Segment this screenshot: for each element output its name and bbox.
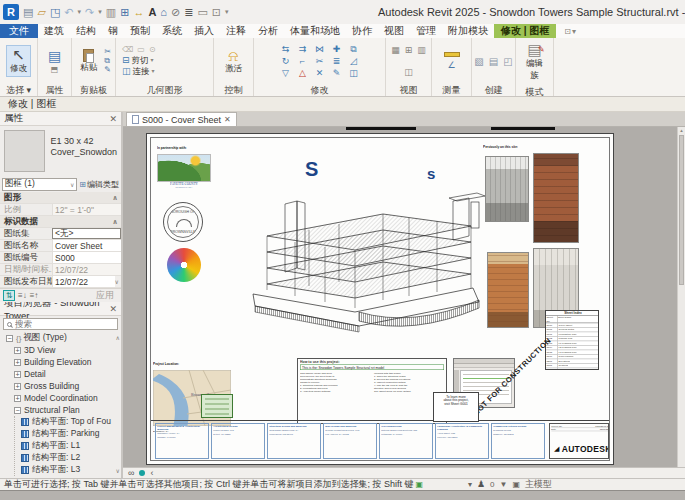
copy-icon[interactable]: ⧉ — [104, 57, 111, 65]
ribbon-tab[interactable]: 注释 — [220, 24, 252, 38]
tree-item-plan[interactable]: 结构平面: L3 — [15, 464, 121, 476]
project-browser-header[interactable]: 项目浏览器 - Snowdon Tower...✕ — [0, 302, 121, 316]
sheet-name-value[interactable]: Cover Sheet — [52, 240, 121, 251]
sheet-set-value[interactable]: <无> — [52, 228, 121, 239]
modify-tool-icon[interactable]: ✚ — [331, 44, 343, 55]
panel-label-select[interactable]: 选择 ▾ — [0, 84, 37, 96]
type-selector[interactable]: 图框 (1)∨ — [2, 178, 77, 191]
ribbon-tab[interactable]: 协作 — [346, 24, 378, 38]
vertical-scrollbar[interactable]: ▴ — [677, 127, 685, 467]
modify-tool-icon[interactable]: ◫ — [348, 68, 360, 79]
ribbon-tab[interactable]: 附加模块 — [442, 24, 494, 38]
modify-tool-icon[interactable]: ✎ — [331, 68, 343, 79]
tab-file[interactable]: 文件 — [0, 24, 38, 38]
expand-box-icon[interactable]: + — [14, 395, 21, 402]
scroll-down-icon[interactable]: ∨ — [116, 467, 120, 474]
print-icon[interactable]: ▥ — [106, 4, 116, 20]
ribbon-tab[interactable]: 分析 — [252, 24, 284, 38]
filter-icon[interactable]: ▼ — [500, 480, 508, 489]
revit-logo-icon[interactable]: R — [3, 4, 19, 20]
scroll-down-icon[interactable]: ∨ — [115, 278, 119, 285]
visual-style-icon[interactable]: ∞ — [128, 468, 134, 478]
tree-item[interactable]: +3D View — [8, 344, 121, 356]
section-icon[interactable]: ⊘ — [171, 4, 180, 20]
modify-tool-icon[interactable]: ✕ — [314, 68, 326, 79]
collapse-box-icon[interactable]: − — [6, 335, 13, 342]
search-input[interactable] — [15, 319, 95, 329]
close-inactive-icon[interactable]: ▭ — [197, 4, 207, 20]
editing-requests-icon[interactable]: ♟ — [477, 479, 485, 489]
modify-tool-icon[interactable]: ⊞ — [120, 4, 129, 20]
ui-views-icon[interactable]: ▤ — [23, 4, 33, 20]
thin-lines-icon[interactable]: ≣ — [184, 4, 193, 20]
expand-box-icon[interactable]: + — [14, 383, 21, 390]
collapse-box-icon[interactable]: − — [14, 407, 21, 414]
activate-controls-button[interactable]: ⍾激活 — [221, 46, 246, 77]
modify-tool-icon[interactable]: ✂ — [314, 56, 326, 67]
properties-icon[interactable]: ▤ — [48, 48, 61, 64]
create-group-icon[interactable]: ▧ — [474, 56, 483, 67]
close-icon[interactable]: ✕ — [224, 115, 231, 124]
sheet-number-value[interactable]: S000 — [52, 252, 121, 263]
tab-modify-titleblocks[interactable]: 修改 | 图框 — [494, 24, 556, 38]
override-graphics-icon[interactable]: ⊞ — [405, 45, 413, 55]
displace-icon[interactable]: ◫ — [404, 67, 413, 77]
modify-tool-icon[interactable]: ⋈ — [314, 44, 326, 55]
redo-dropdown-icon[interactable]: ▾ — [98, 4, 102, 20]
expand-box-icon[interactable]: + — [14, 359, 21, 366]
cut-icon[interactable]: ✂ — [104, 48, 111, 56]
ribbon-tab[interactable]: 系统 — [156, 24, 188, 38]
tree-item-plan[interactable]: 结构平面: Top of Fou — [15, 416, 121, 428]
tree-item-structural-plan[interactable]: −Structural Plan — [0, 404, 121, 416]
save-icon[interactable]: ◳ — [50, 4, 60, 20]
tree-item[interactable]: +Detail — [8, 368, 121, 380]
undo-icon[interactable]: ↶ — [64, 4, 73, 20]
ribbon-tab[interactable]: 钢 — [102, 24, 124, 38]
sort-ascending-icon[interactable]: ≡↓ — [18, 291, 27, 300]
create-similar-icon[interactable]: ▤ — [489, 56, 498, 67]
issue-date-value[interactable]: 12/07/22 — [52, 276, 115, 287]
scroll-up-icon[interactable]: ∧ — [116, 334, 120, 341]
modify-tool-icon[interactable]: ⧉ — [348, 44, 360, 55]
cut-geometry-button[interactable]: ⊟剪切▾ — [122, 55, 154, 65]
sort-descending-icon[interactable]: ≡↑ — [30, 291, 39, 300]
ribbon-tab[interactable]: 建筑 — [38, 24, 70, 38]
apply-button[interactable]: 应用 — [96, 289, 118, 302]
modify-tool-icon[interactable]: ≣ — [331, 56, 343, 67]
browser-search-box[interactable] — [3, 318, 118, 330]
close-icon[interactable]: ✕ — [109, 304, 117, 314]
scrollbar-thumb[interactable] — [679, 135, 684, 285]
expand-box-icon[interactable]: + — [14, 371, 21, 378]
modify-tool-icon[interactable]: △ — [297, 68, 309, 79]
close-icon[interactable]: ✕ — [109, 114, 117, 124]
paste-button[interactable]: 粘贴 — [76, 47, 101, 76]
text-icon[interactable]: A — [148, 4, 156, 20]
property-filter-icon[interactable]: ⇅ — [3, 290, 15, 301]
ribbon-display-toggle[interactable]: ⊡▾ — [564, 24, 576, 38]
default-3d-icon[interactable]: ⌂ — [160, 4, 167, 20]
tree-item-plan[interactable]: 结构平面: L1 — [15, 440, 121, 452]
tree-item-plan[interactable]: 结构平面: Parking — [15, 428, 121, 440]
view-tab-active[interactable]: S000 - Cover Sheet✕ — [126, 112, 237, 126]
tree-item[interactable]: +Gross Building — [8, 380, 121, 392]
collapse-icon[interactable]: ∧ — [112, 194, 118, 202]
dimension-icon[interactable]: ↔ — [133, 4, 144, 20]
select-filter-icon[interactable]: ▣ — [512, 480, 520, 489]
section-identity-data[interactable]: 标识数据∧ — [0, 216, 121, 228]
modify-tool-icon[interactable]: ↻ — [280, 56, 292, 67]
angle-dimension-icon[interactable]: ∠ — [447, 60, 455, 70]
modify-tool-icon[interactable]: ▽ — [280, 68, 292, 79]
ribbon-tab[interactable]: 视图 — [378, 24, 410, 38]
create-assembly-icon[interactable]: ◰ — [503, 56, 512, 67]
ribbon-tab[interactable]: 管理 — [410, 24, 442, 38]
redo-icon[interactable]: ↷ — [85, 4, 94, 20]
family-types-icon[interactable]: ⬒ — [51, 65, 59, 74]
modify-tool-icon[interactable]: ⌐ — [297, 56, 309, 67]
reveal-hidden-icon[interactable] — [139, 470, 145, 476]
edit-family-button[interactable]: ▤✎编辑族 — [522, 40, 547, 84]
properties-header[interactable]: 属性✕ — [0, 112, 121, 126]
qat-menu-icon[interactable]: ▾ — [225, 4, 229, 20]
switch-windows-icon[interactable]: ⊡ — [212, 4, 221, 20]
expand-box-icon[interactable]: + — [14, 347, 21, 354]
tree-root-views[interactable]: −{}视图 (Type) — [0, 332, 121, 344]
